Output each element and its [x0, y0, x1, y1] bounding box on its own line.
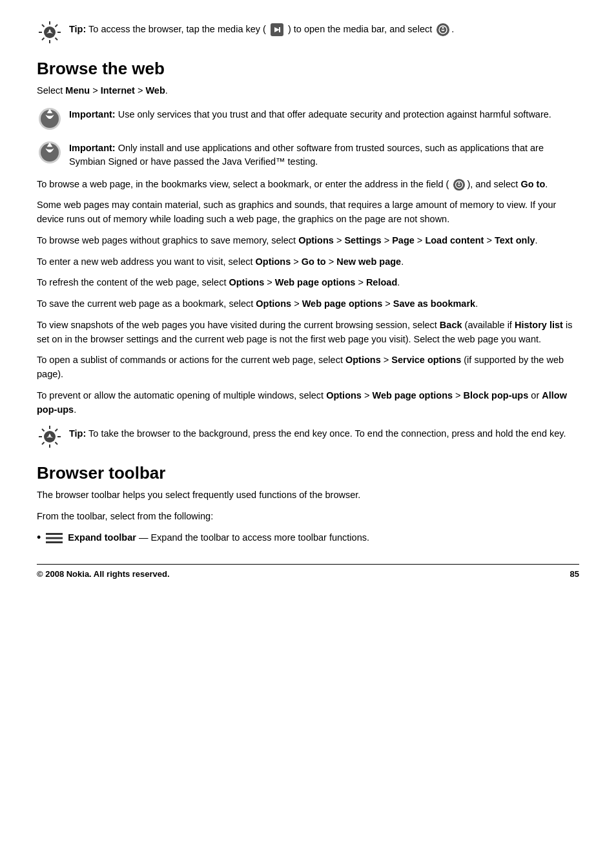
- para-history: To view snapshots of the web pages you h…: [37, 318, 579, 347]
- para-bookmark: To browse a web page, in the bookmarks v…: [37, 178, 579, 192]
- para-refresh: To refresh the content of the web page, …: [37, 276, 579, 290]
- para-service-options: To open a sublist of commands or actions…: [37, 353, 579, 382]
- svg-point-18: [453, 179, 465, 191]
- svg-line-7: [42, 38, 45, 41]
- para-new-web-address: To enter a new web address you want to v…: [37, 255, 579, 269]
- tip-box-top: Tip: To access the browser, tap the medi…: [37, 19, 579, 45]
- svg-line-6: [56, 25, 58, 27]
- browser-toolbar-heading: Browser toolbar: [37, 461, 579, 486]
- para-popups: To prevent or allow the automatic openin…: [37, 389, 579, 417]
- svg-rect-30: [46, 533, 63, 535]
- svg-point-13: [442, 27, 444, 29]
- important-text-2: Important: Only install and use applicat…: [69, 140, 579, 169]
- footer-page-number: 85: [570, 568, 579, 581]
- important-box-2: Important: Only install and use applicat…: [37, 140, 579, 169]
- toolbar-para-1: The browser toolbar helps you select fre…: [37, 488, 579, 503]
- tip-icon-top: [37, 19, 63, 45]
- toolbar-para-2: From the toolbar, select from the follow…: [37, 510, 579, 524]
- svg-line-25: [42, 429, 45, 432]
- menu-path-subtitle: Select Menu > Internet > Web.: [37, 84, 579, 98]
- bullet-dot-1: •: [37, 531, 41, 545]
- toolbar-bullet-1-content: Expand toolbar — Expand the toolbar to a…: [46, 531, 369, 545]
- important-icon-2: [37, 140, 63, 165]
- svg-line-4: [42, 25, 45, 27]
- para-save-bookmark: To save the current web page as a bookma…: [37, 297, 579, 311]
- svg-line-26: [56, 443, 58, 445]
- tip-bottom-text: Tip: To take the browser to the backgrou…: [69, 424, 566, 441]
- browse-web-heading: Browse the web: [37, 57, 579, 81]
- svg-point-20: [458, 182, 460, 184]
- page-footer: © 2008 Nokia. All rights reserved. 85: [37, 564, 579, 581]
- footer-copyright: © 2008 Nokia. All rights reserved.: [37, 568, 170, 581]
- para-memory-warning: Some web pages may contain material, suc…: [37, 198, 579, 227]
- svg-line-28: [42, 443, 45, 445]
- svg-rect-31: [46, 537, 63, 539]
- svg-line-27: [56, 429, 58, 432]
- important-icon-1: [37, 107, 63, 131]
- svg-line-5: [56, 38, 58, 41]
- toolbar-bullet-1: • Expand toolbar — Expand the toolbar to…: [37, 531, 579, 545]
- para-browse-no-graphics: To browse web pages without graphics to …: [37, 234, 579, 248]
- important-box-1: Important: Use only services that you tr…: [37, 107, 579, 131]
- tip-icon-bottom: [37, 424, 63, 450]
- tip-box-bottom: Tip: To take the browser to the backgrou…: [37, 424, 579, 450]
- important-text-1: Important: Use only services that you tr…: [69, 107, 551, 121]
- expand-toolbar-icon: [46, 532, 63, 544]
- tip-top-text: Tip: To access the browser, tap the medi…: [69, 19, 454, 37]
- svg-point-11: [436, 23, 449, 36]
- svg-rect-32: [46, 541, 63, 543]
